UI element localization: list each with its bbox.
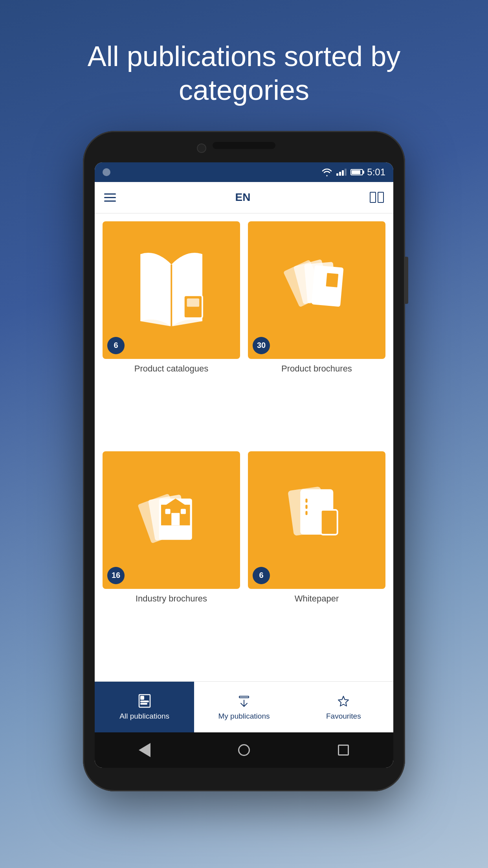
status-bar: 5:01 — [95, 162, 393, 182]
svg-rect-20 — [141, 703, 147, 704]
category-badge-whitepaper: 6 — [253, 567, 270, 584]
nav-label-my-publications: My publications — [218, 712, 270, 721]
nav-item-my-publications[interactable]: My publications — [194, 682, 294, 732]
android-back-button[interactable] — [138, 743, 152, 757]
svg-rect-13 — [181, 509, 186, 514]
all-publications-icon — [137, 693, 152, 709]
time-display: 5:01 — [367, 167, 385, 178]
svg-rect-6 — [325, 272, 339, 288]
category-badge-catalogues: 6 — [107, 337, 125, 354]
nav-item-favourites[interactable]: Favourites — [294, 682, 393, 732]
category-label-brochures: Product brochures — [281, 364, 352, 374]
category-item-whitepaper[interactable]: 6 Whitepaper — [248, 451, 385, 673]
book-icon — [120, 239, 223, 342]
category-item-industry-brochures[interactable]: 16 Industry brochures — [103, 451, 240, 673]
app-header: EN — [95, 182, 393, 213]
category-item-product-brochures[interactable]: 30 Product brochures — [248, 221, 385, 443]
android-navigation-bar — [95, 732, 393, 768]
camera-dot — [197, 143, 206, 153]
svg-rect-21 — [239, 696, 249, 698]
wifi-icon — [321, 168, 332, 177]
category-label-catalogues: Product catalogues — [134, 364, 208, 374]
nav-label-favourites: Favourites — [326, 712, 361, 721]
svg-rect-18 — [141, 696, 144, 699]
category-label-whitepaper: Whitepaper — [295, 594, 339, 604]
industry-icon — [120, 469, 223, 572]
hamburger-menu-button[interactable] — [104, 193, 116, 202]
android-recents-button[interactable] — [336, 743, 350, 757]
svg-rect-19 — [141, 701, 149, 702]
layout-toggle-button[interactable] — [370, 192, 384, 203]
svg-rect-16 — [321, 510, 338, 535]
page-title: All publications sorted by categories — [0, 0, 488, 131]
signal-icon — [336, 169, 347, 176]
nav-label-all-publications: All publications — [119, 712, 169, 721]
brochure-icon — [265, 239, 369, 342]
svg-rect-11 — [171, 513, 180, 525]
nav-item-all-publications[interactable]: All publications — [95, 682, 194, 732]
phone-frame: 5:01 EN — [83, 131, 405, 791]
android-home-button[interactable] — [237, 743, 251, 757]
battery-icon — [350, 169, 363, 175]
svg-rect-1 — [187, 298, 199, 307]
svg-rect-12 — [165, 509, 170, 514]
category-grid: 6 Product catalogues — [95, 213, 393, 681]
category-label-industry: Industry brochures — [136, 594, 207, 604]
category-badge-industry: 16 — [107, 567, 125, 584]
phone-screen: 5:01 EN — [95, 162, 393, 768]
category-item-product-catalogues[interactable]: 6 Product catalogues — [103, 221, 240, 443]
status-icon — [103, 168, 110, 176]
whitepaper-icon — [265, 469, 369, 572]
category-badge-brochures: 30 — [253, 337, 270, 354]
bottom-navigation: All publications My publications Favouri… — [95, 681, 393, 732]
language-selector[interactable]: EN — [235, 191, 251, 204]
phone-side-button — [405, 257, 408, 304]
favourites-icon — [336, 693, 351, 709]
my-publications-icon — [236, 693, 252, 709]
